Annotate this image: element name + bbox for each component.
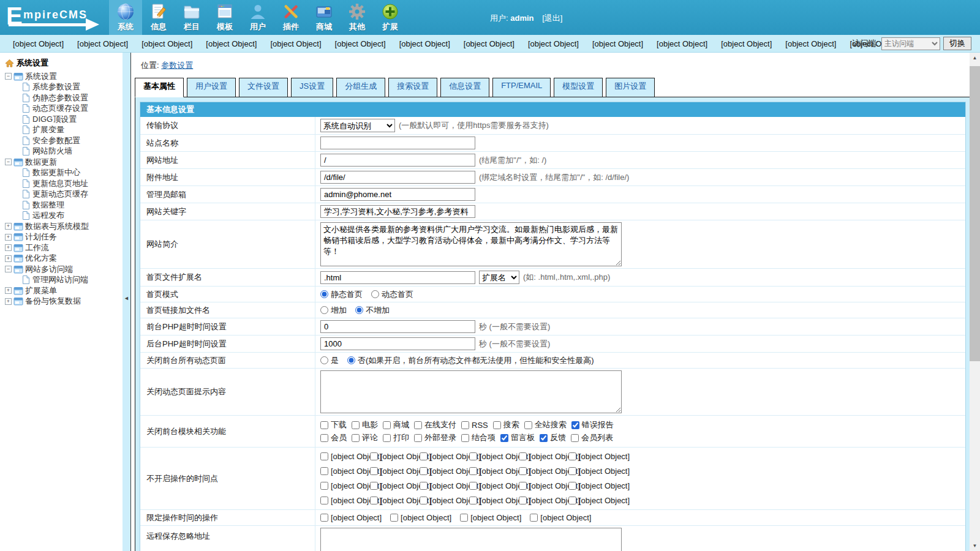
checkbox-option[interactable]: 会员: [320, 432, 347, 443]
radio-option[interactable]: 否(如果开启，前台所有动态文件都无法使用，但性能和安全性最高): [347, 355, 594, 366]
access-select[interactable]: 主访问端: [881, 37, 940, 50]
sidebar-item[interactable]: 扩展变量: [5, 125, 123, 136]
radio-option[interactable]: 动态首页: [371, 289, 413, 300]
checkbox-option[interactable]: 外部登录: [414, 432, 456, 443]
back-timeout-input[interactable]: [320, 337, 475, 350]
subnav-link[interactable]: [object Object]: [457, 39, 521, 48]
hour-checkbox-option[interactable]: [object Object]: [469, 467, 514, 476]
index-ext-select[interactable]: 扩展名: [479, 271, 519, 284]
site-name-input[interactable]: [320, 137, 475, 149]
menu-item-plugin[interactable]: 插件: [274, 0, 307, 35]
index-ext-input[interactable]: [320, 271, 475, 284]
keywords-input[interactable]: [320, 205, 475, 218]
hour-checkbox-option[interactable]: [object Object]: [370, 481, 415, 490]
tree-expander-icon[interactable]: [5, 223, 12, 230]
sidebar-item[interactable]: 系统设置: [5, 71, 123, 82]
sidebar-item[interactable]: 优化方案: [5, 253, 123, 264]
breadcrumb-link[interactable]: 参数设置: [161, 61, 193, 70]
checkbox-option[interactable]: 会员列表: [571, 432, 613, 443]
hour-checkbox-option[interactable]: [object Object]: [420, 496, 464, 505]
subnav-link[interactable]: [object Object]: [135, 39, 199, 48]
sidebar-item[interactable]: 远程发布: [5, 211, 123, 222]
hour-checkbox-option[interactable]: [object Object]: [420, 467, 464, 476]
checkbox-option[interactable]: 打印: [383, 432, 409, 443]
checkbox-option[interactable]: 留言板: [500, 432, 535, 443]
sidebar-item[interactable]: 伪静态参数设置: [5, 92, 123, 103]
checkbox-option[interactable]: [object Object]: [390, 513, 451, 522]
tree-expander-icon[interactable]: [5, 255, 12, 262]
tab[interactable]: 信息设置: [440, 78, 489, 97]
sidebar-item[interactable]: 扩展菜单: [5, 285, 123, 296]
hour-checkbox-option[interactable]: [object Object]: [320, 467, 365, 476]
tab[interactable]: 模型设置: [554, 78, 603, 97]
hour-checkbox-option[interactable]: [object Object]: [370, 496, 415, 505]
checkbox-option[interactable]: 全站搜索: [524, 419, 567, 430]
subnav-link[interactable]: [object Object]: [263, 39, 328, 48]
subnav-link[interactable]: [object Object]: [393, 39, 457, 48]
tab[interactable]: 分组生成: [336, 78, 385, 97]
sidebar-item[interactable]: 数据更新: [5, 157, 123, 168]
hour-checkbox-option[interactable]: [object Object]: [519, 452, 564, 461]
radio-option[interactable]: 静态首页: [320, 289, 363, 300]
checkbox-option[interactable]: 商城: [383, 419, 409, 430]
checkbox-option[interactable]: [object Object]: [320, 513, 382, 522]
checkbox-option[interactable]: [object Object]: [460, 513, 521, 522]
menu-item-info[interactable]: 信息: [142, 0, 175, 35]
checkbox-option[interactable]: [object Object]: [530, 513, 591, 522]
checkbox-option[interactable]: 评论: [352, 432, 378, 443]
radio-option[interactable]: 是: [320, 355, 339, 366]
tree-expander-icon[interactable]: [5, 73, 12, 80]
sidebar-item[interactable]: 管理网站访问端: [5, 275, 123, 286]
tree-expander-icon[interactable]: [5, 244, 12, 251]
sidebar-collapse-icon[interactable]: ◄: [124, 295, 129, 301]
subnav-link[interactable]: [object Object]: [70, 39, 135, 48]
hour-checkbox-option[interactable]: [object Object]: [519, 496, 564, 505]
menu-item-template[interactable]: 模板: [208, 0, 241, 35]
sidebar-item[interactable]: DIGG顶设置: [5, 114, 123, 125]
sidebar-item[interactable]: 更新动态页缓存: [5, 189, 123, 200]
hour-checkbox-option[interactable]: [object Object]: [370, 452, 415, 461]
subnav-link[interactable]: [object Object]: [778, 39, 843, 48]
checkbox-option[interactable]: 错误报告: [571, 419, 614, 430]
tab[interactable]: 用户设置: [187, 78, 236, 97]
menu-item-other[interactable]: 其他: [341, 0, 374, 35]
menu-item-system[interactable]: 系统: [109, 0, 142, 35]
subnav-link[interactable]: [object Object]: [521, 39, 586, 48]
menu-item-mall[interactable]: 商城: [307, 0, 341, 35]
hour-checkbox-option[interactable]: [object Object]: [370, 467, 415, 476]
tree-expander-icon[interactable]: [5, 234, 12, 241]
menu-item-user[interactable]: 用户: [241, 0, 274, 35]
attach-url-input[interactable]: [320, 171, 475, 184]
close-tip-textarea[interactable]: [320, 370, 622, 413]
subnav-link[interactable]: [object Object]: [586, 39, 650, 48]
sidebar-item[interactable]: 网站防火墙: [5, 146, 123, 157]
tab[interactable]: 文件设置: [239, 78, 288, 97]
subnav-link[interactable]: [object Object]: [199, 39, 263, 48]
admin-email-input[interactable]: [320, 188, 475, 201]
tab[interactable]: FTP/EMAIL: [492, 78, 551, 97]
tab[interactable]: 搜索设置: [388, 78, 437, 97]
hour-checkbox-option[interactable]: [object Object]: [420, 481, 464, 490]
tab[interactable]: JS设置: [291, 78, 333, 97]
radio-option[interactable]: 增加: [320, 305, 347, 316]
subnav-link[interactable]: [object Object]: [6, 39, 70, 48]
tree-expander-icon[interactable]: [5, 298, 12, 305]
tab[interactable]: 图片设置: [606, 78, 655, 97]
checkbox-option[interactable]: 结合项: [461, 432, 496, 443]
sidebar-item[interactable]: 数据整理: [5, 200, 123, 211]
hour-checkbox-option[interactable]: [object Object]: [320, 496, 365, 505]
sidebar-item[interactable]: 备份与恢复数据: [5, 296, 123, 307]
tree-expander-icon[interactable]: [5, 266, 12, 272]
sidebar-item[interactable]: 动态页缓存设置: [5, 103, 123, 114]
subnav-link[interactable]: [object Object]: [650, 39, 714, 48]
menu-item-extend[interactable]: 扩展: [374, 0, 407, 35]
transport-select[interactable]: 系统自动识别: [320, 119, 395, 132]
logout-link[interactable]: [退出]: [542, 13, 562, 23]
remote-ignore-textarea[interactable]: [320, 528, 622, 551]
front-timeout-input[interactable]: [320, 320, 475, 333]
checkbox-option[interactable]: RSS: [461, 419, 488, 430]
sidebar-item[interactable]: 工作流: [5, 242, 123, 253]
sidebar-item[interactable]: 网站多访问端: [5, 264, 123, 275]
scroll-up-icon[interactable]: ▲: [970, 53, 980, 63]
hour-checkbox-option[interactable]: [object Object]: [320, 481, 365, 490]
